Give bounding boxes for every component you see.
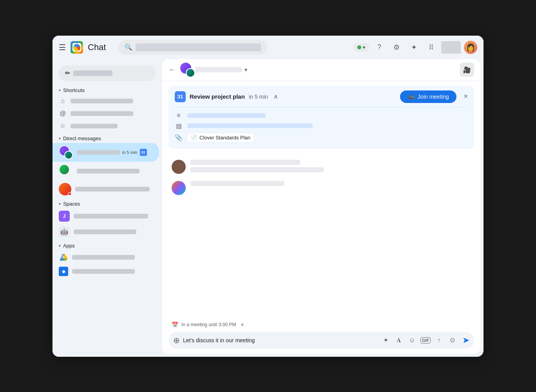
doc-chip[interactable]: 📄 Clover Standards Plan bbox=[187, 133, 255, 143]
message-avatar-1 bbox=[172, 160, 186, 174]
meeting-calendar-icon: 31 bbox=[175, 91, 186, 102]
back-button[interactable]: ← bbox=[168, 66, 176, 74]
meeting-banner-top: 31 Review project plan in 5 min ∧ 📹 Join… bbox=[175, 90, 468, 103]
chat-name bbox=[195, 67, 242, 72]
dm-avatar-group-active bbox=[59, 145, 73, 159]
space-item-2[interactable]: 🤖 bbox=[53, 224, 159, 240]
help-icon: ? bbox=[377, 43, 381, 51]
main-content: ✏ ▾ Shortcuts ⌂ @ ☆ ▾ bbox=[53, 59, 483, 357]
dm-item-3[interactable] bbox=[53, 181, 159, 198]
apps-grid-icon: ⠿ bbox=[429, 43, 434, 52]
format-button[interactable]: 𝐀 bbox=[393, 335, 404, 346]
spaces-label: Spaces bbox=[63, 201, 80, 207]
attachment-row: 📎 📄 Clover Standards Plan bbox=[175, 131, 468, 144]
mic-button[interactable]: ⊙ bbox=[447, 335, 458, 346]
gif-button[interactable]: GIF bbox=[420, 335, 431, 346]
settings-button[interactable]: ⚙ bbox=[389, 40, 404, 54]
input-area: 📅 In a meeting until 3:00 PM × ⊕ Let's d… bbox=[162, 317, 480, 354]
space-name-2 bbox=[74, 229, 136, 234]
user-avatar[interactable]: 👩 bbox=[464, 41, 477, 54]
sidebar-item-starred[interactable]: ☆ bbox=[53, 120, 159, 132]
app-title: Chat bbox=[88, 42, 106, 52]
starred-icon: ☆ bbox=[59, 122, 67, 130]
notification-dot bbox=[68, 192, 71, 195]
compose-button[interactable]: ✏ bbox=[59, 65, 156, 81]
messages-area bbox=[162, 154, 480, 317]
expand-meeting-button[interactable]: ∧ bbox=[273, 93, 278, 100]
search-bar[interactable]: 🔍 bbox=[118, 40, 267, 55]
doc-icon: 📄 bbox=[191, 135, 197, 141]
starred-label bbox=[71, 124, 118, 128]
dm-item-2[interactable] bbox=[53, 162, 159, 181]
top-bar: ☰ Chat 🔍 ▾ ? ⚙ bbox=[53, 36, 483, 59]
dm-name-active bbox=[77, 150, 120, 155]
video-icon: 🎥 bbox=[463, 66, 471, 74]
message-row-1 bbox=[172, 160, 471, 175]
apps-section-header[interactable]: ▾ Apps bbox=[53, 240, 162, 250]
chat-area: ← ▾ 🎥 31 Review project plan bbox=[162, 59, 480, 354]
space-avatar-j: J bbox=[59, 211, 70, 222]
input-box: ⊕ Let's discuss it in our meeting ✦ 𝐀 ☺ bbox=[168, 332, 474, 349]
app-item-diamond[interactable]: ◆ bbox=[53, 264, 159, 278]
meeting-banner: 31 Review project plan in 5 min ∧ 📹 Join… bbox=[168, 86, 474, 149]
message-avatar-2 bbox=[172, 181, 186, 195]
chat-chevron-icon[interactable]: ▾ bbox=[244, 67, 247, 73]
upload-button[interactable]: ↑ bbox=[433, 335, 444, 346]
app-item-drive[interactable] bbox=[53, 250, 159, 264]
gemini-button[interactable]: ✦ bbox=[407, 40, 421, 54]
add-button[interactable]: ⊕ bbox=[173, 336, 180, 345]
user-name-placeholder bbox=[441, 41, 461, 54]
dm-item-active[interactable]: in 5 min 31 bbox=[53, 143, 159, 162]
join-meeting-button[interactable]: 📹 Join meeting bbox=[400, 90, 456, 103]
sidebar-item-home[interactable]: ⌂ bbox=[53, 95, 159, 107]
sidebar-item-mentions[interactable]: @ bbox=[53, 107, 159, 120]
close-banner-button[interactable]: × bbox=[464, 92, 468, 101]
search-input[interactable] bbox=[136, 43, 261, 51]
apps-button[interactable]: ⠿ bbox=[424, 40, 438, 54]
mentions-icon: @ bbox=[59, 110, 67, 117]
meeting-status-close-button[interactable]: × bbox=[241, 322, 244, 328]
list-icon: ≡ bbox=[175, 112, 183, 119]
detail-1 bbox=[187, 113, 266, 118]
doc-name: Clover Standards Plan bbox=[199, 135, 250, 141]
emoji-icon: ☺ bbox=[409, 337, 415, 344]
space-item-1[interactable]: J bbox=[53, 208, 159, 224]
status-dot bbox=[357, 45, 361, 49]
diamond-icon: ◆ bbox=[59, 267, 68, 276]
dm-info-3 bbox=[75, 187, 153, 191]
attachment-icon: 📎 bbox=[175, 134, 183, 141]
send-button[interactable]: ➤ bbox=[462, 335, 469, 345]
compose-icon: ✏ bbox=[65, 69, 70, 77]
spaces-section-header[interactable]: ▾ Spaces bbox=[53, 198, 162, 208]
message-input[interactable]: Let's discuss it in our meeting bbox=[183, 337, 377, 343]
menu-icon[interactable]: ☰ bbox=[59, 43, 66, 52]
sparkle-icon: ✦ bbox=[383, 336, 388, 344]
chat-avatar-group bbox=[179, 62, 195, 78]
sparkle-button[interactable]: ✦ bbox=[380, 335, 391, 346]
chat-header: ← ▾ 🎥 bbox=[162, 59, 480, 81]
spaces-caret: ▾ bbox=[59, 202, 61, 206]
dm-avatar-secondary bbox=[64, 151, 73, 159]
message-content-2 bbox=[190, 181, 471, 188]
join-label: Join meeting bbox=[418, 94, 449, 100]
message-content-1 bbox=[190, 160, 471, 175]
status-chevron: ▾ bbox=[363, 45, 365, 50]
help-button[interactable]: ? bbox=[372, 40, 386, 54]
meeting-divider bbox=[175, 107, 468, 107]
message-line-2-1 bbox=[190, 181, 284, 186]
video-call-button[interactable]: 🎥 bbox=[460, 63, 474, 77]
apps-caret: ▾ bbox=[59, 244, 61, 248]
app-drive-label bbox=[72, 255, 135, 260]
status-indicator[interactable]: ▾ bbox=[353, 43, 369, 52]
join-video-icon: 📹 bbox=[408, 94, 415, 100]
dm-info-2 bbox=[77, 169, 153, 173]
gif-icon: GIF bbox=[420, 337, 431, 343]
meeting-status-icon: 📅 bbox=[172, 322, 178, 328]
format-icon: 𝐀 bbox=[397, 337, 401, 344]
shortcuts-section-header[interactable]: ▾ Shortcuts bbox=[53, 84, 162, 95]
upload-icon: ↑ bbox=[437, 337, 440, 344]
home-label bbox=[71, 99, 133, 103]
dm-section-header[interactable]: ▾ Direct messages bbox=[53, 132, 162, 143]
meeting-detail-row-1: ≡ bbox=[175, 110, 468, 121]
emoji-button[interactable]: ☺ bbox=[407, 335, 418, 346]
